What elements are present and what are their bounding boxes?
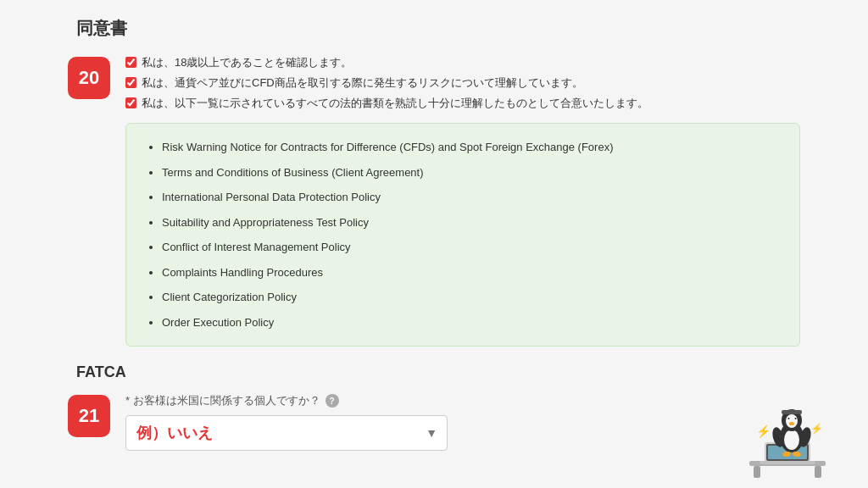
doc-item-8: Order Execution Policy [162,314,779,331]
svg-rect-6 [760,461,815,464]
svg-point-8 [784,430,799,450]
fatca-title: FATCA [68,363,800,381]
consent-checks: 私は、18歳以上であることを確認します。 私は、通貨ペア並びにCFD商品を取引す… [125,55,800,111]
consent-label-3: 私は、以下一覧に示されているすべての法的書類を熟読し十分に理解したものとして合意… [142,96,648,111]
documents-box: Risk Warning Notice for Contracts for Di… [125,123,800,347]
checkbox-1[interactable] [125,57,136,68]
step21-badge: 21 [68,395,110,437]
svg-point-13 [788,418,790,419]
svg-rect-1 [754,466,760,478]
fatca-section: FATCA 21 * お客様は米国に関係する個人ですか？ ? 例）いいえ はい … [68,363,800,451]
svg-point-15 [789,422,794,425]
step20-badge: 20 [68,57,110,99]
consent-check-3[interactable]: 私は、以下一覧に示されているすべての法的書類を熟読し十分に理解したものとして合意… [125,96,800,111]
doc-item-1: Risk Warning Notice for Contracts for Di… [162,139,779,156]
doc-item-6: Complaints Handling Procedures [162,264,779,281]
doc-item-2: Terms and Conditions of Business (Client… [162,164,779,181]
consent-label-2: 私は、通貨ペア並びにCFD商品を取引する際に発生するリスクについて理解しています… [142,75,583,91]
doc-item-4: Suitability and Appropriateness Test Pol… [162,214,779,231]
fatca-select[interactable]: 例）いいえ はい いいえ [125,415,448,451]
penguin-mascot: ⚡ ⚡ [741,395,834,480]
doc-item-7: Client Categorization Policy [162,289,779,306]
fatca-content: * お客様は米国に関係する個人ですか？ ? 例）いいえ はい いいえ ▼ [125,393,800,451]
svg-text:⚡: ⚡ [810,422,823,435]
fatca-question-text: * お客様は米国に関係する個人ですか？ [125,393,320,408]
doc-item-5: Conflict of Interest Management Policy [162,239,779,256]
step20-block: 20 私は、18歳以上であることを確認します。 私は、通貨ペア並びにCFD商品を… [68,55,800,347]
svg-rect-22 [782,410,802,414]
svg-point-14 [795,418,797,419]
fatca-select-wrapper: 例）いいえ はい いいえ ▼ [125,415,448,451]
checkbox-3[interactable] [125,97,136,108]
help-icon[interactable]: ? [326,394,339,408]
fatca-block: 21 * お客様は米国に関係する個人ですか？ ? 例）いいえ はい いいえ ▼ [68,393,800,451]
consent-right: 私は、18歳以上であることを確認します。 私は、通貨ペア並びにCFD商品を取引す… [125,55,800,347]
fatca-question: * お客様は米国に関係する個人ですか？ ? [125,393,800,408]
svg-text:⚡: ⚡ [756,424,771,439]
documents-list: Risk Warning Notice for Contracts for Di… [147,139,779,330]
svg-rect-2 [815,466,821,478]
section-title-consent: 同意書 [68,17,800,40]
doc-item-3: International Personal Data Protection P… [162,189,779,206]
svg-point-10 [786,414,798,428]
consent-check-2[interactable]: 私は、通貨ペア並びにCFD商品を取引する際に発生するリスクについて理解しています… [125,75,800,91]
checkbox-2[interactable] [125,77,136,88]
consent-check-1[interactable]: 私は、18歳以上であることを確認します。 [125,55,800,70]
consent-label-1: 私は、18歳以上であることを確認します。 [142,55,352,70]
